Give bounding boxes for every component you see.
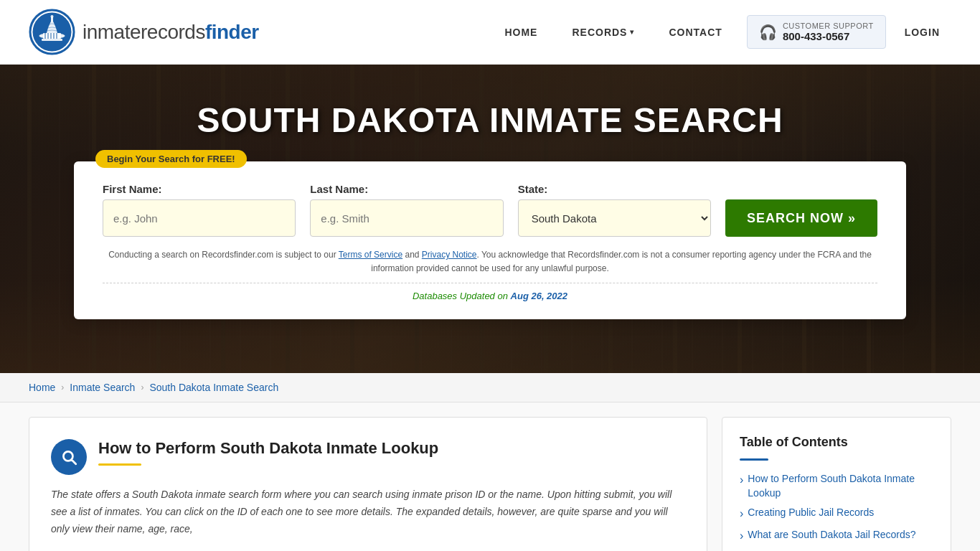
svg-rect-8 xyxy=(44,33,46,39)
toc-list: How to Perform South Dakota Inmate Looku… xyxy=(740,472,933,544)
nav-home[interactable]: HOME xyxy=(487,27,555,38)
search-form-row: First Name: Last Name: State: South Dako… xyxy=(103,183,877,237)
breadcrumb-sep-1: › xyxy=(61,382,64,392)
article-body: The state offers a South Dakota inmate s… xyxy=(51,486,685,537)
site-logo[interactable]: inmaterecordsfinder xyxy=(29,9,259,55)
search-button[interactable]: SEARCH NOW » xyxy=(725,199,877,237)
state-select[interactable]: South Dakota Alabama Alaska Arizona Arka… xyxy=(518,199,711,237)
svg-rect-9 xyxy=(47,33,49,39)
main-content: How to Perform South Dakota Inmate Looku… xyxy=(0,402,980,551)
svg-rect-11 xyxy=(53,33,55,39)
db-updated: Databases Updated on Aug 26, 2022 xyxy=(103,283,877,301)
chevron-down-icon: ▾ xyxy=(630,28,634,36)
first-name-label: First Name: xyxy=(103,183,296,195)
first-name-group: First Name: xyxy=(103,183,296,237)
breadcrumb-sep-2: › xyxy=(141,382,143,392)
first-name-input[interactable] xyxy=(103,199,296,237)
toc-item: How to Perform South Dakota Inmate Looku… xyxy=(740,472,933,500)
article-title: How to Perform South Dakota Inmate Looku… xyxy=(98,439,438,458)
headset-icon: 🎧 xyxy=(759,24,777,41)
toc-divider xyxy=(740,458,768,461)
state-label: State: xyxy=(518,183,711,195)
support-label: CUSTOMER SUPPORT xyxy=(783,22,874,30)
svg-rect-5 xyxy=(42,39,62,41)
svg-rect-10 xyxy=(50,33,52,39)
disclaimer-text: Conducting a search on Recordsfinder.com… xyxy=(103,248,877,276)
toc-link-2[interactable]: Creating Public Jail Records xyxy=(748,506,874,520)
terms-link[interactable]: Terms of Service xyxy=(339,250,402,260)
nav-login[interactable]: LOGIN xyxy=(893,27,951,38)
magnifier-icon xyxy=(60,448,78,466)
toc-link-3[interactable]: What are South Dakota Jail Records? xyxy=(748,528,915,542)
hero-section: SOUTH DAKOTA INMATE SEARCH Begin Your Se… xyxy=(0,65,980,373)
hero-title: SOUTH DAKOTA INMATE SEARCH xyxy=(197,65,783,161)
last-name-group: Last Name: xyxy=(310,183,503,237)
nav-records[interactable]: RECORDS ▾ xyxy=(555,27,651,38)
last-name-input[interactable] xyxy=(310,199,503,237)
search-icon-circle xyxy=(51,439,87,475)
state-group: State: South Dakota Alabama Alaska Arizo… xyxy=(518,183,711,237)
logo-icon xyxy=(29,9,75,55)
privacy-link[interactable]: Privacy Notice xyxy=(422,250,477,260)
toc-title: Table of Contents xyxy=(740,435,933,450)
toc-sidebar: Table of Contents How to Perform South D… xyxy=(722,417,951,551)
article-header: How to Perform South Dakota Inmate Looku… xyxy=(51,439,685,475)
toc-item: What are South Dakota Jail Records? xyxy=(740,528,933,544)
nav-contact[interactable]: CONTACT xyxy=(651,27,739,38)
site-header: inmaterecordsfinder HOME RECORDS ▾ CONTA… xyxy=(0,0,980,65)
article-section: How to Perform South Dakota Inmate Looku… xyxy=(29,417,707,551)
breadcrumb-current: South Dakota Inmate Search xyxy=(149,382,278,393)
search-card: Begin Your Search for FREE! First Name: … xyxy=(74,161,906,319)
breadcrumb-inmate-search[interactable]: Inmate Search xyxy=(70,382,135,393)
main-nav: HOME RECORDS ▾ CONTACT 🎧 CUSTOMER SUPPOR… xyxy=(487,15,951,49)
last-name-label: Last Name: xyxy=(310,183,503,195)
support-phone: 800-433-0567 xyxy=(783,30,874,42)
toc-link-1[interactable]: How to Perform South Dakota Inmate Looku… xyxy=(748,472,933,500)
logo-text: inmaterecordsfinder xyxy=(83,21,259,44)
toc-item: Creating Public Jail Records xyxy=(740,506,933,522)
customer-support: 🎧 CUSTOMER SUPPORT 800-433-0567 xyxy=(747,15,886,49)
svg-point-7 xyxy=(51,15,54,18)
article-title-underline xyxy=(98,463,141,466)
breadcrumb: Home › Inmate Search › South Dakota Inma… xyxy=(0,373,980,402)
svg-rect-12 xyxy=(56,33,57,39)
breadcrumb-home[interactable]: Home xyxy=(29,382,55,393)
begin-badge: Begin Your Search for FREE! xyxy=(95,150,247,168)
